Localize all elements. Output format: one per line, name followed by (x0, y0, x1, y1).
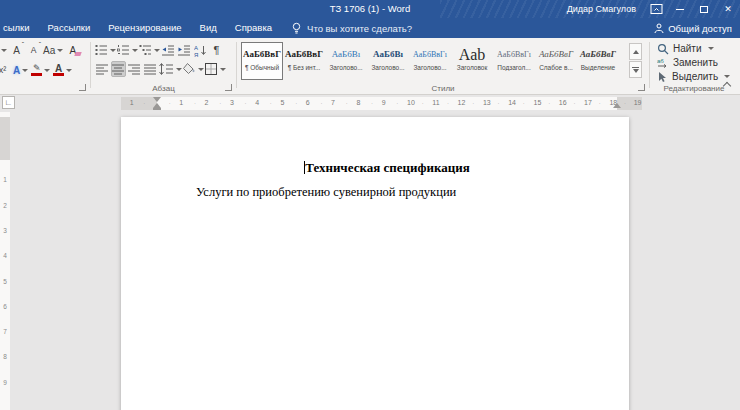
share-button[interactable]: Общий доступ (654, 18, 732, 38)
ruler-number: 4 (0, 252, 10, 259)
group-divider (649, 42, 650, 88)
styles-gallery: АаБбВвГ ¶ Обычный АаБбВвГ ¶ Без инт... А… (241, 42, 619, 80)
ruler-number: · (169, 100, 171, 106)
highlight-color-button[interactable]: ✎ (31, 62, 50, 78)
change-case-button[interactable]: Аа (43, 42, 63, 58)
ruler-number: · (194, 100, 196, 106)
ruler-number: · (422, 100, 424, 106)
lightbulb-icon (291, 22, 302, 35)
ruler-number: · (472, 100, 474, 106)
borders-button[interactable] (205, 61, 226, 77)
shading-button[interactable] (183, 61, 204, 77)
find-button[interactable]: Найти (657, 42, 737, 55)
tab-references[interactable]: сылки (0, 18, 39, 38)
ruler-number: 10 (407, 99, 415, 106)
styles-more-button[interactable] (629, 61, 642, 78)
ruler-number: 8 (356, 99, 360, 106)
styles-group: АаБбВвГ ¶ Обычный АаБбВвГ ¶ Без инт... А… (238, 38, 648, 94)
ribbon-display-options-button[interactable] (644, 0, 668, 18)
right-indent-marker[interactable] (613, 103, 621, 108)
shrink-font-button[interactable]: Аˇ (26, 42, 41, 58)
ruler-number: · (346, 100, 348, 106)
left-indent-marker[interactable] (153, 108, 161, 110)
ruler-number: 9 (382, 99, 386, 106)
ruler-number: · (624, 100, 626, 106)
font-size-dropdown-partial[interactable] (1, 49, 7, 52)
justify-button[interactable] (143, 61, 158, 77)
style-heading3[interactable]: АаБбВвГı Заголово... (409, 42, 451, 80)
ruler-number: 3 (230, 99, 234, 106)
paragraph-group: АЯ ¶ (92, 38, 235, 94)
font-color-button[interactable]: А (53, 62, 72, 78)
ruler-number: · (270, 100, 272, 106)
ruler-number: 5 (0, 278, 10, 285)
multilevel-list-button[interactable] (139, 42, 160, 58)
ruler-row: ∟ 1·2·3·4·5·6·7·8·9·10·11·12·13·14·15·16… (0, 95, 740, 112)
ruler-number: 6 (306, 99, 310, 106)
style-subtle-emphasis[interactable]: АаБбВвГ Слабое в... (535, 42, 577, 80)
style-emphasis[interactable]: АаБбВвГ Выделение (577, 42, 619, 80)
ruler-number: 2 (0, 202, 10, 209)
ruler-number: 15 (534, 99, 542, 106)
grow-font-button[interactable]: Аˆ (9, 42, 24, 58)
tell-me-search[interactable]: Что вы хотите сделать? (291, 22, 412, 35)
select-button[interactable]: Выделить (657, 70, 737, 83)
style-no-spacing[interactable]: АаБбВвГ ¶ Без инт... (283, 42, 325, 80)
svg-text:Я: Я (194, 52, 198, 57)
decrease-indent-button[interactable] (161, 42, 176, 58)
style-heading1[interactable]: АаБбВı Заголово... (325, 42, 367, 80)
replace-button[interactable]: аб Заменить (657, 56, 737, 69)
document-heading[interactable]: Техническая спецификация (157, 160, 617, 176)
minimize-icon (676, 9, 684, 10)
style-normal[interactable]: АаБбВвГ ¶ Обычный (241, 42, 283, 80)
show-hide-pilcrow-button[interactable]: ¶ (209, 42, 224, 58)
document-paragraph[interactable]: Услуги по приобретению сувенирной продук… (157, 185, 617, 200)
ruler-number: · (245, 100, 247, 106)
style-subtitle[interactable]: АаБбВвГı Подзагол... (493, 42, 535, 80)
align-left-button[interactable] (95, 61, 110, 77)
sort-button[interactable]: АЯ (193, 42, 208, 58)
document-page[interactable]: Техническая спецификация Услуги по приоб… (121, 117, 629, 410)
superscript-button-partial[interactable]: х² (0, 62, 10, 78)
document-workspace: 123456789 Техническая спецификация Услуг… (0, 112, 740, 410)
tab-help[interactable]: Справка (226, 18, 281, 38)
align-center-button[interactable] (111, 61, 126, 77)
ruler-number: 12 (458, 99, 466, 106)
tab-mailings[interactable]: Рассылки (39, 18, 100, 38)
style-heading2[interactable]: АаБбВı Заголово... (367, 42, 409, 80)
bullets-button[interactable] (95, 42, 116, 58)
paragraph-dialog-launcher[interactable] (225, 84, 232, 91)
ruler-number: 1 (179, 99, 183, 106)
tab-stop-selector[interactable]: ∟ (2, 96, 15, 109)
increase-indent-button[interactable] (177, 42, 192, 58)
close-button[interactable]: ✕ (716, 0, 740, 18)
vertical-ruler[interactable]: 123456789 (0, 112, 10, 410)
line-spacing-button[interactable] (159, 61, 182, 77)
ruler-number: 13 (483, 99, 491, 106)
account-user-name[interactable]: Дидар Смагулов (567, 4, 636, 14)
select-arrow-icon (657, 71, 668, 83)
clear-formatting-button[interactable]: А (65, 42, 80, 58)
search-icon (657, 43, 669, 55)
styles-scroll-up-button[interactable] (629, 43, 642, 60)
ruler-number: · (498, 100, 500, 106)
ruler-number: 4 (255, 99, 259, 106)
tab-view[interactable]: Вид (191, 18, 226, 38)
text-effects-button[interactable]: А (13, 62, 28, 78)
maximize-button[interactable] (692, 0, 716, 18)
horizontal-ruler[interactable]: 1·2·3·4·5·6·7·8·9·10·11·12·13·14·15·16·1… (121, 97, 642, 110)
ruler-number: 2 (205, 99, 209, 106)
minimize-button[interactable] (668, 0, 692, 18)
person-icon (654, 23, 664, 34)
align-right-button[interactable] (127, 61, 142, 77)
styles-dialog-launcher[interactable] (638, 84, 645, 91)
ruler-number: · (548, 100, 550, 106)
font-dialog-launcher[interactable] (79, 84, 86, 91)
ruler-number: · (396, 100, 398, 106)
style-title[interactable]: Aab Заголовок (451, 42, 493, 80)
ribbon-tab-row: сылки Рассылки Рецензирование Вид Справк… (0, 18, 740, 38)
tab-review[interactable]: Рецензирование (99, 18, 190, 38)
numbering-button[interactable] (117, 42, 138, 58)
first-line-indent-marker[interactable] (153, 97, 161, 102)
ruler-number: 11 (432, 99, 439, 106)
